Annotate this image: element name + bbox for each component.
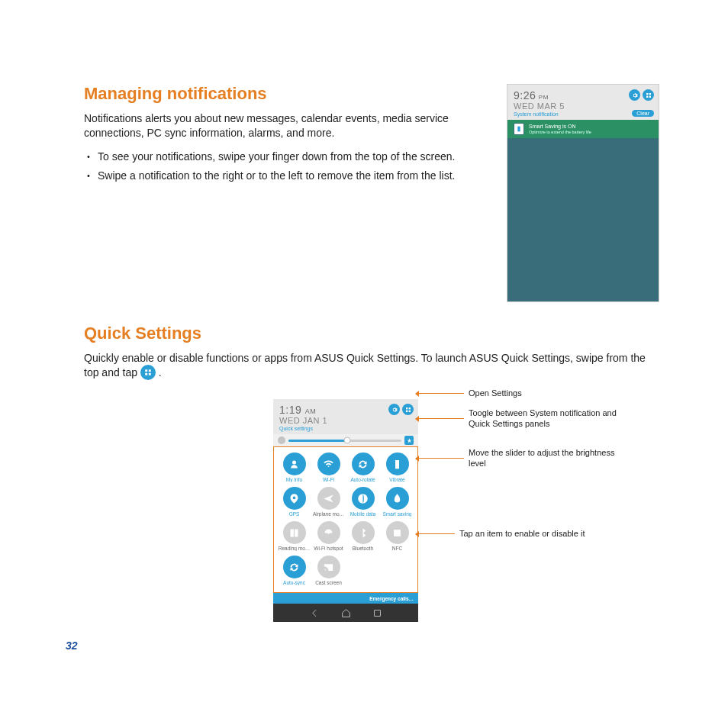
tile-icon [283, 453, 306, 475]
callout-line [418, 458, 464, 459]
svg-rect-5 [149, 369, 151, 372]
auto-brightness-icon[interactable] [404, 436, 414, 445]
svg-rect-6 [145, 373, 147, 375]
notif-bullet-list: To see your notifications, swipe your fi… [84, 150, 501, 183]
brightness-slider-thumb[interactable] [343, 437, 350, 444]
gear-icon[interactable] [629, 89, 640, 101]
figure-left-spacer [84, 399, 273, 622]
svg-rect-11 [408, 410, 410, 411]
quick-settings-tiles-grid: My InfoWi-FiAuto-rotateVibrateGPSAirplan… [273, 446, 418, 593]
quick-setting-tile[interactable]: Vibrate [380, 450, 414, 485]
nav-bar [273, 604, 418, 622]
quick-setting-tile[interactable]: My Info [277, 450, 311, 485]
tile-icon [283, 487, 306, 510]
bullet-item: To see your notifications, swipe your fi… [98, 150, 501, 164]
qs-top-icons [388, 404, 414, 415]
quick-setting-tile[interactable]: Cast screen [311, 553, 346, 588]
qs-panel-label: Quick settings [279, 426, 412, 431]
brightness-low-icon [278, 436, 285, 444]
svg-rect-0 [646, 93, 648, 95]
callout-tap-item: Tap an item to enable or disable it [418, 529, 585, 538]
quick-setting-tile[interactable]: Airplane mo… [311, 485, 346, 519]
tile-label: Auto-sync [283, 580, 305, 585]
brightness-slider-fill [288, 440, 347, 442]
back-icon[interactable] [310, 608, 320, 618]
tile-icon [317, 453, 340, 475]
tile-icon [352, 521, 375, 544]
svg-rect-12 [374, 610, 380, 616]
qs-header: 1:19 AM WED JAN 1 Quick settings [273, 399, 418, 434]
callout-label: Move the slider to adjust the brightness… [464, 448, 624, 469]
page-number: 32 [66, 639, 78, 652]
notif-row-smart-saving[interactable]: Smart Saving is ON Optimize to extend th… [507, 120, 659, 138]
quick-setting-tile[interactable]: NFC [380, 519, 414, 553]
tile-label: Reading mo… [279, 546, 311, 551]
callout-line [418, 393, 464, 394]
gear-icon[interactable] [388, 404, 400, 415]
tile-label: Airplane mo… [313, 511, 344, 517]
svg-rect-3 [649, 95, 650, 97]
quick-setting-tile[interactable]: Mobile data [346, 485, 380, 519]
brightness-slider[interactable] [288, 440, 401, 442]
quick-setting-tile[interactable]: GPS [277, 485, 311, 519]
callout-label: Tap an item to enable or disable it [455, 529, 585, 538]
svg-rect-9 [408, 407, 410, 409]
tile-label: Wi-Fi hotspot [314, 546, 343, 551]
notif-row-text: Smart Saving is ON Optimize to extend th… [529, 124, 591, 134]
section-quick-settings: Quick Settings Quickly enable or disable… [84, 324, 659, 622]
quick-setting-tile[interactable]: Auto-rotate [346, 450, 380, 485]
quick-setting-tile[interactable]: Auto-sync [277, 553, 311, 588]
callout-line [418, 418, 464, 419]
grid-icon[interactable] [643, 89, 654, 101]
time-suffix: PM [539, 94, 549, 101]
callout-brightness: Move the slider to adjust the brightness… [418, 448, 624, 469]
quick-setting-tile[interactable]: Wi-Fi [311, 450, 346, 485]
notif-panel-date: WED MAR 5 [514, 101, 652, 111]
tile-label: Bluetooth [353, 546, 373, 551]
svg-rect-7 [149, 373, 151, 375]
heading-quick-settings: Quick Settings [84, 324, 659, 343]
grid-icon [140, 365, 156, 380]
callout-label: Toogle between System notification and Q… [464, 408, 624, 430]
notif-row-subtitle: Optimize to extend the battery life [529, 130, 591, 134]
battery-icon [514, 123, 524, 135]
clear-button[interactable]: Clear [632, 110, 654, 117]
svg-rect-8 [406, 407, 407, 409]
quick-setting-tile[interactable]: Wi-Fi hotspot [311, 519, 346, 553]
tile-icon [386, 521, 409, 544]
status-text: Emergency calls… [369, 596, 414, 601]
text-column: Managing notifications Notifications ale… [84, 84, 501, 188]
tile-icon [352, 487, 375, 510]
time-value: 1:19 [279, 404, 301, 416]
brightness-slider-row [273, 434, 418, 446]
time-value: 9:26 [514, 89, 536, 101]
quick-setting-tile[interactable]: Reading mo… [277, 519, 311, 553]
quick-setting-tile[interactable]: Smart saving [380, 485, 414, 519]
tile-icon [283, 521, 306, 544]
notif-row-title: Smart Saving is ON [529, 124, 591, 130]
section-managing-notifications: Managing notifications Notifications ale… [84, 84, 659, 302]
tile-icon [283, 556, 306, 578]
heading-managing-notifications: Managing notifications [84, 84, 501, 104]
tile-label: Smart saving [383, 511, 412, 517]
home-icon[interactable] [341, 608, 351, 618]
svg-rect-1 [649, 93, 650, 95]
tile-label: Wi-Fi [323, 477, 334, 482]
quick-settings-panel-mock: 1:19 AM WED JAN 1 Quick settings [273, 399, 418, 622]
grid-icon[interactable] [402, 404, 414, 415]
tile-icon [386, 453, 409, 475]
tile-icon [317, 521, 340, 544]
tile-icon [317, 487, 340, 510]
qs-date: WED JAN 1 [279, 416, 412, 425]
bullet-item: Swipe a notification to the right or to … [98, 169, 501, 183]
status-bar: Emergency calls… [273, 593, 418, 604]
callout-toggle-panels: Toogle between System notification and Q… [418, 408, 624, 430]
callout-label: Open Settings [464, 388, 522, 398]
notification-panel-mock: 9:26 PM WED MAR 5 System notification Cl… [507, 84, 659, 302]
recent-apps-icon[interactable] [372, 608, 382, 618]
tile-label: Cast screen [315, 580, 342, 585]
callout-open-settings: Open Settings [418, 388, 522, 398]
callout-column: Open Settings Toogle between System noti… [418, 399, 659, 622]
tile-icon [317, 556, 340, 578]
quick-setting-tile[interactable]: Bluetooth [346, 519, 380, 553]
